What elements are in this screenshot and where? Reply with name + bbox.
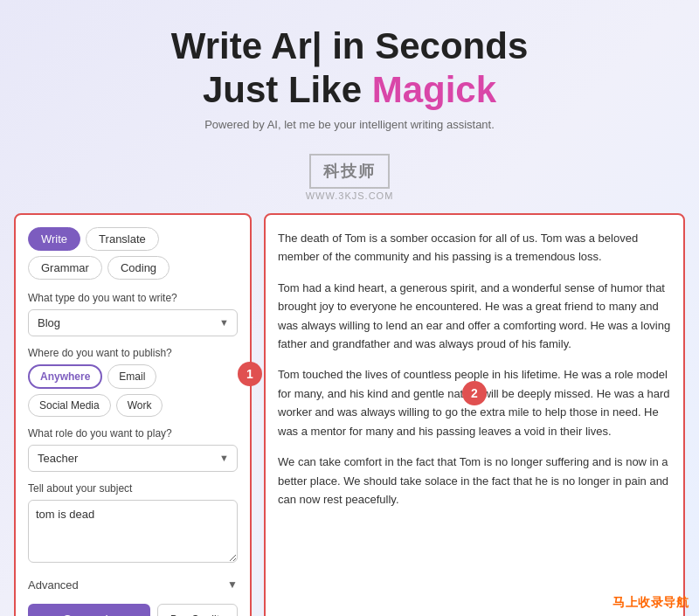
advanced-label: Advanced <box>28 578 79 592</box>
output-para-1: The death of Tom is a somber occasion fo… <box>278 229 671 266</box>
role-label: What role do you want to play? <box>28 427 238 440</box>
watermark-box: 科技师 <box>309 154 390 189</box>
watermark: 科技师 WWW.3KJS.COM <box>0 154 699 201</box>
tab-translate[interactable]: Translate <box>86 227 159 251</box>
advanced-row[interactable]: Advanced ▼ <box>28 575 238 595</box>
type-label: What type do you want to write? <box>28 292 238 304</box>
tab-write[interactable]: Write <box>28 227 80 251</box>
header: Write Ar| in Seconds Just Like Magick Po… <box>0 0 699 145</box>
header-magick: Magick <box>372 69 496 110</box>
role-select[interactable]: Teacher Student Professional Creative <box>28 445 238 472</box>
badge-2: 2 <box>462 381 487 405</box>
header-line1: Write Ar| in Seconds <box>171 25 529 66</box>
tab-grammar[interactable]: Grammar <box>28 256 102 280</box>
output-para-2: Tom had a kind heart, a generous spirit,… <box>278 279 671 354</box>
tab-coding[interactable]: Coding <box>107 256 170 280</box>
publish-anywhere[interactable]: Anywhere <box>28 364 102 389</box>
watermark-url: WWW.3KJS.COM <box>0 190 699 201</box>
badge-1: 1 <box>238 362 262 386</box>
advanced-chevron-icon: ▼ <box>227 578 238 591</box>
publish-bar: Anywhere Email Social Media Work <box>28 364 238 417</box>
publish-email[interactable]: Email <box>107 364 156 389</box>
publish-social-media[interactable]: Social Media <box>28 394 111 417</box>
action-row: Generate Buy Credits <box>28 604 238 616</box>
subject-label: Tell about your subject <box>28 482 238 495</box>
type-select-wrapper: Blog Article Essay Story Email ▼ <box>28 309 238 336</box>
publish-work[interactable]: Work <box>116 394 163 417</box>
type-select[interactable]: Blog Article Essay Story Email <box>28 309 238 336</box>
generate-button[interactable]: Generate <box>28 604 150 616</box>
output-para-4: We can take comfort in the fact that Tom… <box>278 453 671 509</box>
header-subtitle: Powered by AI, let me be your intelligen… <box>17 118 682 131</box>
buy-credits-button[interactable]: Buy Credits <box>157 604 238 616</box>
left-panel: 1 Write Translate Grammar Coding What ty… <box>14 213 252 616</box>
right-panel: 2 The death of Tom is a somber occasion … <box>264 213 685 616</box>
publish-label: Where do you want to publish? <box>28 347 238 359</box>
main-content: 1 Write Translate Grammar Coding What ty… <box>0 213 699 616</box>
subject-textarea[interactable]: tom is dead <box>28 500 238 563</box>
header-title: Write Ar| in Seconds Just Like Magick <box>17 24 682 113</box>
output-text-area: The death of Tom is a somber occasion fo… <box>266 215 683 616</box>
bottom-watermark: 马上收录导航 <box>612 595 689 611</box>
role-select-wrapper: Teacher Student Professional Creative ▼ <box>28 445 238 472</box>
header-line2-prefix: Just Like <box>203 69 372 110</box>
tab-bar: Write Translate Grammar Coding <box>28 227 238 280</box>
